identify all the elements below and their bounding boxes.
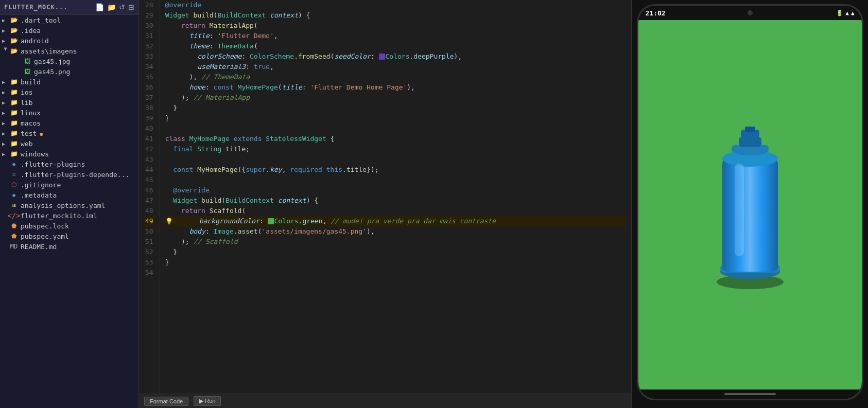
image-icon: 🖼 <box>23 67 32 76</box>
expand-arrow: ▶ <box>2 141 9 147</box>
sidebar-item-web[interactable]: ▶ 📁 web <box>0 138 138 149</box>
expand-arrow: ▶ <box>2 17 9 23</box>
line-num-50: 50 <box>144 226 154 237</box>
new-folder-button[interactable]: 📁 <box>107 3 116 11</box>
sidebar-item-assets-imagens[interactable]: ▶ 📂 assets\imagens <box>0 46 138 56</box>
item-label: analysis_options.yaml <box>21 202 105 209</box>
code-content[interactable]: @override Widget build(BuildContext cont… <box>160 0 631 394</box>
sidebar-item-build[interactable]: ▶ 📁 build <box>0 77 138 87</box>
item-label: pubspec.lock <box>21 222 69 230</box>
expand-arrow: ▶ <box>2 131 9 136</box>
sidebar-item-android[interactable]: ▶ 📂 android <box>0 36 138 46</box>
expand-arrow: ▶ <box>2 120 9 126</box>
phone-frame: 21:02 🔋 ▲ ▲ <box>637 4 863 400</box>
run-button[interactable]: ▶ Run <box>194 396 221 406</box>
sidebar-item-readme[interactable]: MD README.md <box>0 241 138 252</box>
line-num-51: 51 <box>144 237 154 247</box>
code-line-32: theme: ThemeData( <box>165 41 626 51</box>
sidebar-item-flutter-mockito-iml[interactable]: </> flutter_mockito.iml <box>0 210 138 221</box>
svg-rect-9 <box>745 127 755 132</box>
item-label: gas45.png <box>34 68 70 76</box>
expand-arrow: ▶ <box>2 100 9 105</box>
sidebar-item-gas45png[interactable]: 🖼 gas45.png <box>0 66 138 77</box>
sidebar-item-gas45jpg[interactable]: 🖼 gas45.jpg <box>0 56 138 66</box>
expand-arrow: ▶ <box>2 151 9 157</box>
sidebar-item-pubspec-lock[interactable]: ⬟ pubspec.lock <box>0 221 138 231</box>
code-line-54 <box>165 268 626 278</box>
line-num-37: 37 <box>144 93 154 103</box>
code-line-40 <box>165 123 626 134</box>
code-line-39: } <box>165 113 626 123</box>
expand-arrow: ▶ <box>2 90 9 95</box>
code-line-29: Widget build(BuildContext context) { <box>165 10 626 21</box>
line-num-41: 41 <box>144 134 154 144</box>
line-num-46: 46 <box>144 185 154 196</box>
code-line-33: colorScheme: ColorScheme.fromSeed(seedCo… <box>165 51 626 62</box>
item-label: flutter_mockito.iml <box>21 212 97 220</box>
sidebar-item-ios[interactable]: ▶ 📁 ios <box>0 87 138 97</box>
item-label: README.md <box>21 243 57 251</box>
sidebar-item-idea[interactable]: ▶ 📂 .idea <box>0 25 138 36</box>
sidebar-item-flutter-plugins[interactable]: ◈ .flutter-plugins <box>0 159 138 169</box>
phone-notch: 21:02 🔋 ▲ ▲ <box>638 6 862 20</box>
sidebar-header: FLUTTER_MOCK... 📄 📁 ↺ ⊟ <box>0 0 138 15</box>
sidebar-item-macos[interactable]: ▶ 📁 macos <box>0 118 138 128</box>
phone-screen <box>638 20 862 389</box>
item-label: .idea <box>21 27 41 34</box>
sidebar-item-analysis-options[interactable]: ≋ analysis_options.yaml <box>0 200 138 210</box>
sidebar-item-lib[interactable]: ▶ 📁 lib <box>0 97 138 108</box>
expand-arrow: ▶ <box>2 110 9 116</box>
sidebar-item-gitignore[interactable]: ⬡ .gitignore <box>0 180 138 190</box>
item-label: ios <box>21 88 32 96</box>
line-num-30: 30 <box>144 21 154 31</box>
line-num-33: 33 <box>144 51 154 62</box>
sidebar-item-dart-tool[interactable]: ▶ 📂 .dart_tool <box>0 15 138 25</box>
folder-icon: 📂 <box>9 47 19 55</box>
item-label: build <box>21 78 41 86</box>
item-label: macos <box>21 119 41 127</box>
code-area[interactable]: 28 29 30 31 32 33 34 35 36 37 38 39 40 4… <box>139 0 631 394</box>
svg-rect-10 <box>735 164 744 256</box>
collapse-all-button[interactable]: ⊟ <box>128 3 134 11</box>
file-icon: ◈ <box>9 160 19 168</box>
signal-icon: ▲ <box>851 10 855 16</box>
sidebar-item-linux[interactable]: ▶ 📁 linux <box>0 108 138 118</box>
line-num-45: 45 <box>144 175 154 185</box>
code-line-38: } <box>165 103 626 113</box>
format-code-button[interactable]: Format Code <box>144 397 188 406</box>
code-line-34: useMaterial3: true, <box>165 62 626 72</box>
file-icon: MD <box>9 242 19 251</box>
file-icon: ▫ <box>9 170 19 179</box>
sidebar-item-flutter-plugins-dep[interactable]: ▫ .flutter-plugins-depende... <box>0 169 138 180</box>
sidebar-item-windows[interactable]: ▶ 📁 windows <box>0 149 138 159</box>
code-line-37: ); // MaterialApp <box>165 93 626 103</box>
folder-icon: 📁 <box>9 150 19 158</box>
line-num-31: 31 <box>144 31 154 41</box>
sidebar-item-test[interactable]: ▶ 📁 test <box>0 128 138 138</box>
code-line-50: body: Image.asset('assets/imagens/gas45.… <box>165 226 626 237</box>
folder-icon: 📁 <box>9 139 19 148</box>
editor-bottom-bar: Format Code ▶ Run <box>139 394 631 408</box>
item-label: android <box>21 37 49 45</box>
file-icon: ◈ <box>9 191 19 199</box>
svg-rect-3 <box>722 158 778 272</box>
image-icon: 🖼 <box>23 57 32 65</box>
line-num-44: 44 <box>144 165 154 175</box>
line-num-32: 32 <box>144 41 154 51</box>
folder-icon: 📂 <box>9 26 19 34</box>
line-num-48: 48 <box>144 206 154 216</box>
folder-icon: 📁 <box>9 109 19 117</box>
code-line-47: Widget build(BuildContext context) { <box>165 196 626 206</box>
item-label: web <box>21 140 32 148</box>
line-num-39: 39 <box>144 113 154 123</box>
folder-icon: 📂 <box>9 16 19 24</box>
new-file-button[interactable]: 📄 <box>95 3 104 11</box>
sidebar-item-pubspec-yaml[interactable]: ⬟ pubspec.yaml <box>0 231 138 241</box>
refresh-button[interactable]: ↺ <box>119 3 125 11</box>
sidebar-item-metadata[interactable]: ◈ .metadata <box>0 190 138 200</box>
item-label: lib <box>21 99 32 107</box>
expand-arrow: ▶ <box>2 79 9 85</box>
folder-icon: 📁 <box>9 129 19 137</box>
folder-icon: 📂 <box>9 37 19 45</box>
item-label: assets\imagens <box>21 47 77 55</box>
